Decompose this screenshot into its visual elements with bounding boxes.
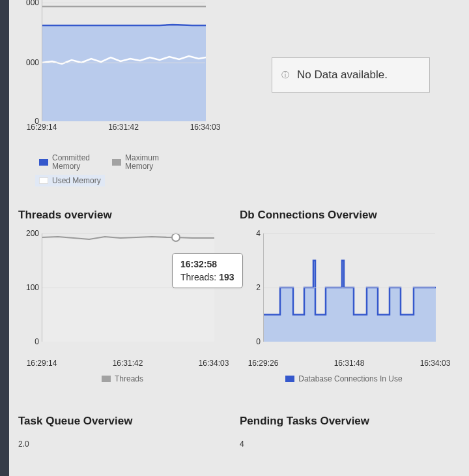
x-tick: 16:29:14	[27, 359, 57, 368]
y-tick: 100	[26, 283, 39, 292]
db-chart-area[interactable]: 4 2 0 16:29:26	[240, 233, 448, 357]
no-data-text: No Data available.	[297, 68, 388, 82]
y-tick: 0	[256, 337, 261, 346]
tooltip-label: Threads:	[180, 272, 216, 282]
panel-title: Pending Tasks Overview	[240, 415, 448, 428]
task-queue-panel: Task Queue Overview 2.0	[18, 415, 227, 449]
db-y-axis: 4 2 0	[240, 233, 262, 342]
memory-legend-2: Used Memory	[18, 175, 207, 186]
x-tick: 16:34:03	[199, 359, 229, 368]
db-legend: Database Connections In Use	[240, 373, 448, 385]
y-tick: 2	[256, 283, 261, 292]
db-plot[interactable]	[263, 233, 435, 342]
memory-x-axis: 16:29:14 16:31:42 16:34:03	[42, 123, 205, 133]
square-icon	[102, 376, 111, 382]
top-row: 000 000 0	[9, 0, 469, 196]
y-tick: 000	[26, 58, 39, 67]
legend-used-memory[interactable]: Used Memory	[35, 175, 105, 186]
middle-row: Threads overview 200 100 0	[9, 209, 469, 385]
y-tick: 4	[256, 229, 261, 238]
dashboard-content: 000 000 0	[9, 0, 469, 476]
threads-legend: Threads	[18, 373, 227, 385]
panel-title: Db Connections Overview	[240, 209, 448, 222]
legend-maximum-memory[interactable]: Maximum Memory	[108, 153, 175, 172]
x-tick: 16:29:14	[27, 123, 57, 132]
legend-committed-memory[interactable]: Committed Memory	[35, 153, 102, 172]
info-icon: ⓘ	[281, 70, 289, 81]
legend-threads[interactable]: Threads	[98, 373, 147, 385]
x-tick: 16:29:26	[248, 359, 279, 368]
threads-panel: Threads overview 200 100 0	[18, 209, 227, 385]
y-tick: 200	[26, 229, 39, 238]
db-panel: Db Connections Overview 4 2 0	[240, 209, 448, 385]
svg-rect-0	[42, 26, 206, 121]
legend-label: Threads	[115, 374, 143, 383]
pending-tasks-panel: Pending Tasks Overview 4	[240, 415, 448, 449]
legend-label: Committed Memory	[52, 154, 98, 171]
memory-svg	[42, 0, 206, 121]
legend-label: Maximum Memory	[125, 154, 171, 171]
panel-title: Threads overview	[18, 209, 227, 222]
square-icon	[39, 159, 48, 166]
x-tick: 16:34:03	[190, 123, 221, 132]
memory-y-axis: 000 000 0	[18, 0, 40, 108]
square-icon	[285, 376, 294, 382]
square-icon	[112, 159, 121, 166]
memory-legend: Committed Memory Maximum Memory	[18, 153, 207, 172]
panel-title: Task Queue Overview	[18, 415, 227, 428]
legend-label: Used Memory	[52, 176, 101, 185]
legend-db-connections[interactable]: Database Connections In Use	[281, 373, 406, 385]
bottom-row: Task Queue Overview 2.0 Pending Tasks Ov…	[9, 415, 469, 449]
y-tick: 4	[240, 439, 448, 449]
x-tick: 16:31:42	[113, 359, 143, 368]
y-tick: 2.0	[18, 439, 227, 449]
memory-chart[interactable]: 000 000 0	[18, 0, 207, 186]
x-tick: 16:31:48	[334, 359, 365, 368]
x-tick: 16:34:03	[420, 359, 451, 368]
no-data-card: ⓘ No Data available.	[272, 57, 430, 93]
x-tick: 16:31:42	[108, 123, 139, 132]
y-tick: 0	[35, 337, 39, 346]
threads-tooltip: 16:32:58 Threads: 193	[172, 253, 243, 288]
db-x-axis: 16:29:26 16:31:48 16:34:03	[263, 359, 435, 369]
y-tick: 000	[26, 0, 39, 7]
threads-y-axis: 200 100 0	[18, 233, 40, 342]
tooltip-time: 16:32:58	[180, 259, 234, 269]
legend-label: Database Connections In Use	[298, 374, 402, 383]
tooltip-row: Threads: 193	[180, 272, 234, 282]
threads-x-axis: 16:29:14 16:31:42 16:34:03	[42, 359, 214, 369]
memory-plot[interactable]	[42, 0, 205, 121]
threads-chart-area[interactable]: 200 100 0 16:29:14	[18, 233, 227, 357]
svg-point-3	[172, 233, 180, 241]
left-sidebar	[0, 0, 9, 476]
square-icon	[39, 177, 48, 184]
tooltip-value: 193	[219, 272, 234, 282]
